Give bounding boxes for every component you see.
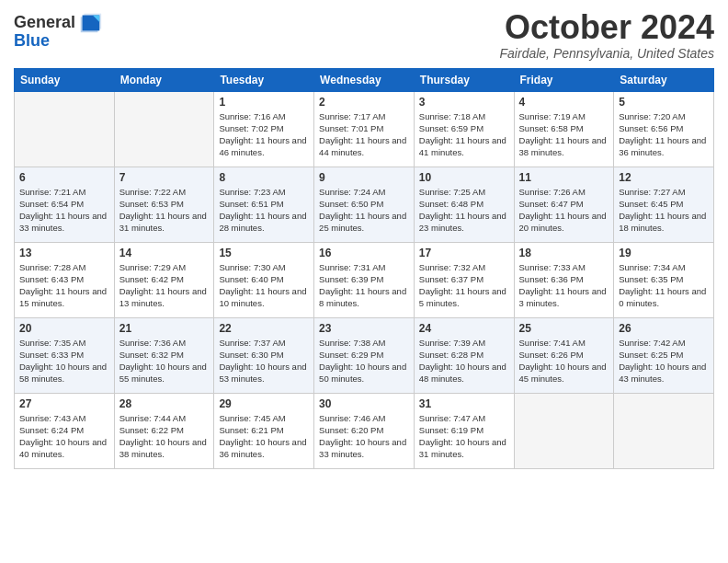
sun-info: Sunrise: 7:21 AM Sunset: 6:54 PM Dayligh…	[19, 186, 109, 235]
day-number: 25	[519, 322, 609, 335]
day-number: 22	[219, 322, 309, 335]
sun-info: Sunrise: 7:23 AM Sunset: 6:51 PM Dayligh…	[219, 186, 309, 235]
weekday-friday: Friday	[514, 68, 614, 91]
sun-info: Sunrise: 7:31 AM Sunset: 6:39 PM Dayligh…	[319, 261, 409, 310]
sun-info: Sunrise: 7:25 AM Sunset: 6:48 PM Dayligh…	[419, 186, 509, 235]
calendar-cell: 5Sunrise: 7:20 AM Sunset: 6:56 PM Daylig…	[614, 91, 714, 167]
day-number: 15	[219, 247, 309, 259]
day-number: 21	[119, 322, 210, 335]
sun-info: Sunrise: 7:32 AM Sunset: 6:37 PM Dayligh…	[419, 261, 509, 310]
calendar-cell	[114, 91, 214, 167]
weekday-sunday: Sunday	[15, 68, 115, 91]
calendar-cell: 31Sunrise: 7:47 AM Sunset: 6:19 PM Dayli…	[414, 393, 514, 468]
day-number: 14	[119, 247, 210, 259]
day-number: 24	[419, 322, 509, 335]
calendar-cell: 11Sunrise: 7:26 AM Sunset: 6:47 PM Dayli…	[514, 167, 614, 242]
sun-info: Sunrise: 7:46 AM Sunset: 6:20 PM Dayligh…	[319, 412, 409, 461]
sun-info: Sunrise: 7:36 AM Sunset: 6:32 PM Dayligh…	[119, 337, 210, 385]
calendar-cell	[15, 91, 115, 167]
sun-info: Sunrise: 7:19 AM Sunset: 6:58 PM Dayligh…	[519, 110, 609, 159]
sun-info: Sunrise: 7:17 AM Sunset: 7:01 PM Dayligh…	[319, 110, 409, 159]
calendar-table: SundayMondayTuesdayWednesdayThursdayFrid…	[14, 68, 714, 469]
day-number: 7	[119, 171, 210, 184]
day-number: 13	[19, 247, 109, 259]
weekday-wednesday: Wednesday	[314, 68, 415, 91]
week-row-5: 27Sunrise: 7:43 AM Sunset: 6:24 PM Dayli…	[15, 393, 714, 468]
calendar-cell: 29Sunrise: 7:45 AM Sunset: 6:21 PM Dayli…	[214, 393, 314, 468]
sun-info: Sunrise: 7:29 AM Sunset: 6:42 PM Dayligh…	[119, 261, 210, 310]
day-number: 26	[619, 322, 709, 335]
sun-info: Sunrise: 7:47 AM Sunset: 6:19 PM Dayligh…	[419, 412, 509, 461]
calendar-cell: 7Sunrise: 7:22 AM Sunset: 6:53 PM Daylig…	[114, 167, 214, 242]
day-number: 19	[619, 247, 709, 259]
day-number: 29	[219, 397, 309, 410]
sun-info: Sunrise: 7:16 AM Sunset: 7:02 PM Dayligh…	[219, 110, 309, 159]
day-number: 12	[619, 171, 709, 184]
calendar-cell: 18Sunrise: 7:33 AM Sunset: 6:36 PM Dayli…	[514, 242, 614, 317]
weekday-header-row: SundayMondayTuesdayWednesdayThursdayFrid…	[15, 68, 714, 91]
calendar-cell: 6Sunrise: 7:21 AM Sunset: 6:54 PM Daylig…	[15, 167, 115, 242]
day-number: 4	[519, 96, 609, 109]
logo-icon	[77, 9, 103, 35]
day-number: 2	[319, 96, 409, 109]
day-number: 10	[419, 171, 509, 184]
day-number: 8	[219, 171, 309, 184]
sun-info: Sunrise: 7:20 AM Sunset: 6:56 PM Dayligh…	[619, 110, 709, 159]
day-number: 1	[219, 96, 309, 109]
week-row-3: 13Sunrise: 7:28 AM Sunset: 6:43 PM Dayli…	[15, 242, 714, 317]
calendar-cell: 22Sunrise: 7:37 AM Sunset: 6:30 PM Dayli…	[214, 317, 314, 393]
calendar-cell: 16Sunrise: 7:31 AM Sunset: 6:39 PM Dayli…	[314, 242, 415, 317]
calendar-cell: 28Sunrise: 7:44 AM Sunset: 6:22 PM Dayli…	[114, 393, 214, 468]
day-number: 16	[319, 247, 409, 259]
calendar-cell: 15Sunrise: 7:30 AM Sunset: 6:40 PM Dayli…	[214, 242, 314, 317]
logo-general-text: General	[14, 13, 75, 32]
week-row-1: 1Sunrise: 7:16 AM Sunset: 7:02 PM Daylig…	[15, 91, 714, 167]
calendar-cell: 26Sunrise: 7:42 AM Sunset: 6:25 PM Dayli…	[614, 317, 714, 393]
weekday-saturday: Saturday	[614, 68, 714, 91]
logo: General Blue	[14, 9, 103, 51]
header: General Blue October 2024 Fairdale, Penn…	[14, 9, 714, 61]
calendar-cell: 25Sunrise: 7:41 AM Sunset: 6:26 PM Dayli…	[514, 317, 614, 393]
calendar-cell: 30Sunrise: 7:46 AM Sunset: 6:20 PM Dayli…	[314, 393, 415, 468]
sun-info: Sunrise: 7:44 AM Sunset: 6:22 PM Dayligh…	[119, 412, 210, 461]
calendar-cell: 10Sunrise: 7:25 AM Sunset: 6:48 PM Dayli…	[414, 167, 514, 242]
calendar-cell: 12Sunrise: 7:27 AM Sunset: 6:45 PM Dayli…	[614, 167, 714, 242]
day-number: 28	[119, 397, 210, 410]
day-number: 3	[419, 96, 509, 109]
day-number: 30	[319, 397, 409, 410]
calendar-cell: 2Sunrise: 7:17 AM Sunset: 7:01 PM Daylig…	[314, 91, 415, 167]
calendar-cell: 23Sunrise: 7:38 AM Sunset: 6:29 PM Dayli…	[314, 317, 415, 393]
sun-info: Sunrise: 7:33 AM Sunset: 6:36 PM Dayligh…	[519, 261, 609, 310]
day-number: 18	[519, 247, 609, 259]
location: Fairdale, Pennsylvania, United States	[500, 46, 714, 61]
sun-info: Sunrise: 7:24 AM Sunset: 6:50 PM Dayligh…	[319, 186, 409, 235]
calendar-cell	[614, 393, 714, 468]
day-number: 6	[19, 171, 109, 184]
calendar-cell: 19Sunrise: 7:34 AM Sunset: 6:35 PM Dayli…	[614, 242, 714, 317]
sun-info: Sunrise: 7:45 AM Sunset: 6:21 PM Dayligh…	[219, 412, 309, 461]
calendar-cell: 27Sunrise: 7:43 AM Sunset: 6:24 PM Dayli…	[15, 393, 115, 468]
month-title: October 2024	[500, 9, 714, 46]
calendar-cell: 21Sunrise: 7:36 AM Sunset: 6:32 PM Dayli…	[114, 317, 214, 393]
day-number: 20	[19, 322, 109, 335]
calendar-cell: 1Sunrise: 7:16 AM Sunset: 7:02 PM Daylig…	[214, 91, 314, 167]
sun-info: Sunrise: 7:22 AM Sunset: 6:53 PM Dayligh…	[119, 186, 210, 235]
day-number: 23	[319, 322, 409, 335]
calendar-cell: 4Sunrise: 7:19 AM Sunset: 6:58 PM Daylig…	[514, 91, 614, 167]
week-row-2: 6Sunrise: 7:21 AM Sunset: 6:54 PM Daylig…	[15, 167, 714, 242]
day-number: 5	[619, 96, 709, 109]
calendar-cell: 24Sunrise: 7:39 AM Sunset: 6:28 PM Dayli…	[414, 317, 514, 393]
weekday-thursday: Thursday	[414, 68, 514, 91]
day-number: 27	[19, 397, 109, 410]
sun-info: Sunrise: 7:26 AM Sunset: 6:47 PM Dayligh…	[519, 186, 609, 235]
calendar-cell: 14Sunrise: 7:29 AM Sunset: 6:42 PM Dayli…	[114, 242, 214, 317]
sun-info: Sunrise: 7:38 AM Sunset: 6:29 PM Dayligh…	[319, 337, 409, 385]
sun-info: Sunrise: 7:28 AM Sunset: 6:43 PM Dayligh…	[19, 261, 109, 310]
sun-info: Sunrise: 7:18 AM Sunset: 6:59 PM Dayligh…	[419, 110, 509, 159]
day-number: 11	[519, 171, 609, 184]
week-row-4: 20Sunrise: 7:35 AM Sunset: 6:33 PM Dayli…	[15, 317, 714, 393]
calendar-cell: 9Sunrise: 7:24 AM Sunset: 6:50 PM Daylig…	[314, 167, 415, 242]
calendar-cell: 13Sunrise: 7:28 AM Sunset: 6:43 PM Dayli…	[15, 242, 115, 317]
calendar-cell: 8Sunrise: 7:23 AM Sunset: 6:51 PM Daylig…	[214, 167, 314, 242]
day-number: 9	[319, 171, 409, 184]
